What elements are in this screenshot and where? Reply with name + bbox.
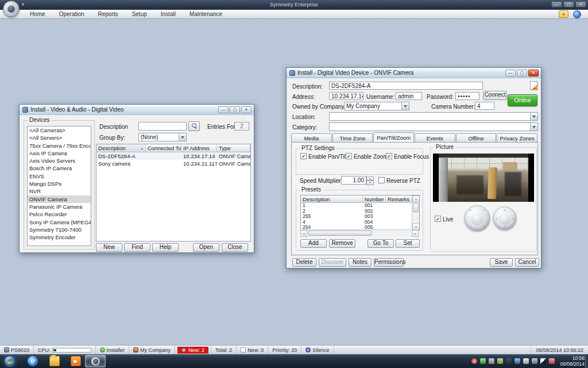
new-button[interactable]: New: [96, 243, 122, 252]
device-type-item[interactable]: Panasonic IP Camera: [28, 203, 91, 210]
tilt-down-icon[interactable]: ▼: [503, 225, 506, 229]
symmetry-taskbar-button[interactable]: [85, 355, 106, 367]
device-type-item[interactable]: Pelco Recorder: [28, 210, 91, 218]
zoom-focus-pad[interactable]: + − − +: [464, 205, 490, 232]
preset-row[interactable]: 2 002: [301, 209, 419, 214]
presets-vertical-scrollbar[interactable]: ▲ ▼: [412, 195, 419, 230]
window-maximize-button[interactable]: ▢: [563, 1, 574, 7]
tray-network-icon[interactable]: [532, 358, 537, 364]
live-checkbox[interactable]: ✓: [435, 216, 441, 222]
tab-time-zone[interactable]: Time Zone: [332, 133, 373, 142]
remove-preset-button[interactable]: Remove: [329, 239, 355, 248]
tab-pan-tilt-zoom[interactable]: Pan/Tilt/Zoom: [373, 132, 414, 142]
dialog-maximize-button[interactable]: ▢: [230, 106, 240, 113]
scroll-up-icon[interactable]: ▲: [412, 195, 420, 202]
scroll-thumb[interactable]: [413, 203, 419, 212]
tab-media[interactable]: Media: [291, 133, 332, 142]
alarms-segment[interactable]: New: 2: [175, 346, 211, 355]
device-type-item[interactable]: 75xx Camera / 79xx Encoder (HD): [28, 142, 91, 150]
device-type-item[interactable]: Axis IP Camera: [28, 150, 91, 157]
device-type-item[interactable]: Sony IP Camera (MPEG4): [28, 218, 91, 226]
device-type-item[interactable]: NVR: [28, 187, 91, 195]
menu-install[interactable]: Install: [154, 10, 183, 19]
tasks-segment[interactable]: New: 0: [237, 346, 268, 355]
permissions-button[interactable]: Permissions: [374, 258, 404, 267]
location-select[interactable]: [329, 112, 538, 121]
owned-by-company-select[interactable]: My Company: [344, 102, 409, 110]
tilt-up-icon[interactable]: ▲: [503, 208, 506, 212]
start-button[interactable]: [4, 355, 16, 367]
menu-operation[interactable]: Operation: [52, 10, 91, 19]
tray-shield-green-icon[interactable]: [480, 358, 486, 364]
preset-row[interactable]: 255 003: [301, 214, 419, 220]
internet-explorer-icon[interactable]: e: [28, 356, 38, 366]
scroll-left-icon[interactable]: ◄: [300, 230, 307, 237]
menu-setup[interactable]: Setup: [125, 10, 154, 19]
reverse-ptz-checkbox[interactable]: [378, 177, 385, 183]
preset-column-number[interactable]: Number: [363, 195, 386, 202]
address-input[interactable]: 10.234.17.14: [329, 92, 363, 100]
pan-left-icon[interactable]: ◄: [494, 217, 498, 220]
tab-events[interactable]: Events: [415, 133, 455, 142]
device-type-item[interactable]: <All Cameras>: [28, 126, 91, 134]
device-type-item-selected[interactable]: ONVIF Camera: [28, 195, 91, 203]
company-segment[interactable]: My Company: [129, 346, 175, 355]
zoom-minus-icon[interactable]: −: [469, 225, 471, 229]
search-button[interactable]: [188, 121, 200, 131]
camera-number-input[interactable]: 4: [475, 102, 494, 110]
tray-volume-icon[interactable]: [523, 358, 529, 364]
device-type-item[interactable]: Axis Video Servers: [28, 157, 91, 164]
taskbar-clock[interactable]: 10:56 08/08/2014: [560, 355, 585, 367]
tray-nvidia-icon[interactable]: [497, 358, 503, 364]
preset-column-description[interactable]: Description: [301, 195, 363, 202]
zoom-plus-icon[interactable]: +: [469, 208, 471, 212]
add-preset-button[interactable]: Add: [300, 239, 327, 248]
description-filter-input[interactable]: [138, 122, 187, 131]
tray-display-icon[interactable]: [506, 358, 512, 364]
table-row[interactable]: Sony camera 10.234.21.117 ONVIF Camera: [96, 160, 250, 167]
tray-antivirus-icon[interactable]: [471, 358, 477, 364]
speed-multiplier-input[interactable]: 1.00: [341, 176, 366, 185]
menu-maintenance[interactable]: Maintenance: [183, 10, 229, 19]
tray-settings-icon[interactable]: [489, 358, 494, 364]
dialog-close-button[interactable]: ✕: [241, 106, 252, 113]
media-player-icon[interactable]: ▶: [71, 356, 81, 366]
column-description[interactable]: Description ▲: [96, 144, 146, 152]
tray-security-shield-icon[interactable]: [514, 358, 520, 364]
help-button[interactable]: Help: [152, 243, 179, 252]
device-type-item[interactable]: Mango DSPs: [28, 180, 91, 187]
enable-pan-tilt-checkbox[interactable]: ✓: [300, 153, 307, 159]
connect-button[interactable]: Connect: [483, 91, 507, 100]
focus-plus-icon[interactable]: +: [483, 225, 485, 229]
enable-focus-checkbox[interactable]: ✓: [386, 153, 392, 159]
tray-alert-icon[interactable]: [549, 358, 555, 364]
preset-row[interactable]: 4 004: [301, 220, 419, 225]
username-input[interactable]: admin: [396, 92, 422, 100]
quick-access-dropdown-icon[interactable]: ▾: [22, 2, 24, 7]
silence-segment[interactable]: Silence: [301, 346, 334, 355]
close-button[interactable]: Close: [222, 243, 248, 252]
pan-tilt-pad[interactable]: ▲ ▼ ◄ ►: [493, 206, 517, 231]
tab-privacy-zones[interactable]: Privacy Zones: [497, 133, 537, 142]
tray-contrast-icon[interactable]: [540, 358, 546, 364]
speed-multiplier-spinner[interactable]: ▲ ▼: [366, 177, 374, 185]
pan-right-icon[interactable]: ►: [512, 217, 515, 220]
tab-offline-monitoring[interactable]: Offline Monitoring: [456, 133, 497, 142]
open-button[interactable]: Open: [193, 243, 219, 252]
notes-button[interactable]: Notes: [349, 258, 372, 267]
group-by-select[interactable]: (None): [138, 133, 187, 141]
preset-row[interactable]: 1 001: [301, 203, 419, 209]
device-type-item[interactable]: ENVS: [28, 172, 91, 180]
enable-zoom-checkbox[interactable]: ✓: [346, 153, 352, 159]
dialog-maximize-button[interactable]: ▢: [517, 70, 527, 76]
symmetry-orb-icon[interactable]: [3, 1, 20, 17]
onvif-camera-dialog-titlebar[interactable]: Install - Digital Video Device - ONVIF C…: [287, 68, 541, 78]
scroll-right-icon[interactable]: ►: [412, 230, 419, 237]
category-select[interactable]: [329, 122, 538, 131]
password-input[interactable]: •••••: [455, 92, 479, 100]
digital-video-dialog-titlebar[interactable]: Install - Video & Audio - Digital Video …: [20, 105, 254, 115]
file-explorer-icon[interactable]: [49, 356, 60, 366]
online-status-button[interactable]: Online: [508, 94, 537, 106]
dialog-minimize-button[interactable]: —: [218, 106, 229, 113]
help-orb-icon[interactable]: [573, 10, 581, 18]
